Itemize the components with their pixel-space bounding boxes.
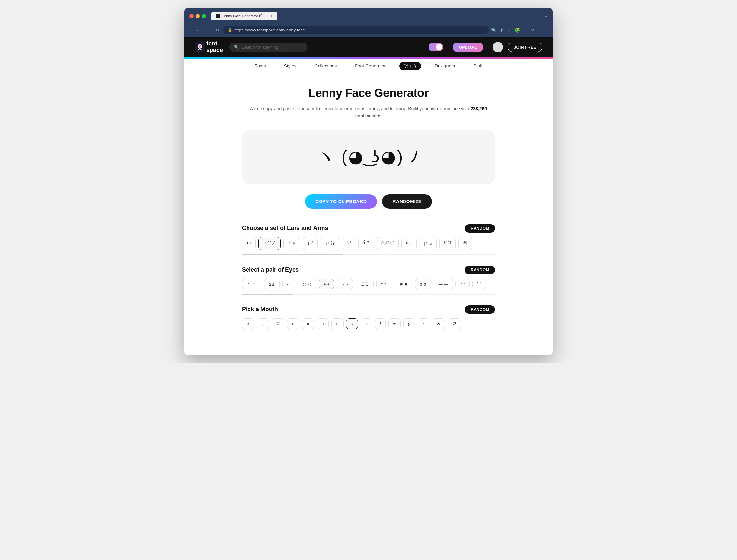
- ears-arms-option-1[interactable]: ヽ( )ノ: [258, 237, 280, 250]
- nav-font-generator[interactable]: Font Generator: [346, 59, 395, 73]
- nav-designers[interactable]: Designers: [425, 59, 464, 73]
- ears-arms-option-6[interactable]: ʕ ?: [359, 237, 374, 250]
- ears-arms-scroll: ( ) ヽ( )ノ ԅ ρ ʅ ? ┐( )┌ \ / ʕ ? (づ )づ ε …: [242, 237, 495, 255]
- minimize-window-button[interactable]: [196, 14, 200, 18]
- ears-arms-option-4[interactable]: ┐( )┌: [320, 237, 340, 250]
- menu-icon[interactable]: ⋮: [538, 28, 542, 33]
- theme-toggle[interactable]: [428, 43, 443, 51]
- mouth-option-5[interactable]: ᴜ: [317, 318, 329, 329]
- eyes-option-11[interactable]: * *: [455, 279, 470, 289]
- maximize-window-button[interactable]: [202, 14, 206, 18]
- eyes-section: Select a pair of Eyes RANDOM ಠ ಠ ≥ ≤ · ·…: [242, 266, 495, 295]
- extensions-icon[interactable]: 🧩: [514, 28, 520, 33]
- main-content: Lenny Face Generator A free copy and pas…: [236, 73, 501, 355]
- eyes-option-7[interactable]: ^ ^: [376, 279, 391, 289]
- header-right: UPLOAD JOIN FREE: [428, 42, 542, 52]
- nav-fonts[interactable]: Fonts: [246, 59, 275, 73]
- eyes-option-8[interactable]: ◾ ■: [394, 279, 412, 289]
- mouth-scroll: ʖ ع ▽ ʊ υ ᴜ ⌂ ͻ ε ! ≡ ʂ ᵕ ⊙ ᗜ: [242, 318, 495, 332]
- page-content: font space 🔍 Search for anything... UPLO…: [184, 37, 553, 355]
- nav-stuff[interactable]: Stuff: [464, 59, 492, 73]
- ears-arms-random-button[interactable]: RANDOM: [465, 224, 495, 233]
- ears-arms-option-0[interactable]: ( ): [242, 237, 256, 250]
- join-button[interactable]: JOIN FREE: [508, 43, 542, 52]
- lock-icon: 🔒: [228, 28, 232, 32]
- share-icon[interactable]: ⬆: [500, 28, 504, 33]
- mouth-option-10[interactable]: ≡: [388, 318, 400, 329]
- upload-button[interactable]: UPLOAD: [453, 43, 483, 52]
- eyes-option-6[interactable]: ∈ ∋: [356, 279, 374, 289]
- mouth-option-6[interactable]: ⌂: [331, 318, 344, 329]
- refresh-button[interactable]: ↻: [214, 26, 221, 34]
- active-tab[interactable]: f Lenny Face Generator (͡° ͜ʖ ͡°) C ×: [211, 12, 277, 20]
- search-bar[interactable]: 🔍 Search for anything...: [229, 43, 307, 52]
- eyes-option-5[interactable]: ~ ~: [337, 279, 353, 289]
- logo-icon: [195, 42, 205, 52]
- eyes-scroll-thumb: [242, 294, 293, 295]
- eyes-option-4[interactable]: ● ●: [319, 279, 335, 289]
- tab-close-button[interactable]: ×: [271, 14, 273, 18]
- mouth-option-2[interactable]: ▽: [272, 318, 285, 329]
- bookmark-icon[interactable]: ☆: [507, 28, 511, 33]
- nav-styles[interactable]: Styles: [275, 59, 306, 73]
- back-button[interactable]: ←: [195, 26, 202, 34]
- mouth-option-13[interactable]: ⊙: [432, 318, 445, 329]
- mouth-option-1[interactable]: ع: [257, 318, 269, 329]
- profile-icon[interactable]: ✕: [531, 28, 534, 33]
- close-window-button[interactable]: [190, 14, 194, 18]
- mouth-title: Pick a Mouth: [242, 306, 278, 313]
- browser-nav-row: ← → ↻ 🔒 https://www.fontspace.com/lenny-…: [190, 23, 547, 37]
- ears-arms-scroll-thumb: [242, 254, 343, 255]
- ears-arms-section: Choose a set of Ears and Arms RANDOM ( )…: [242, 224, 495, 255]
- forward-button[interactable]: →: [204, 26, 212, 34]
- eyes-option-3[interactable]: ◎ ◎: [298, 279, 316, 289]
- ears-arms-option-5[interactable]: \ /: [343, 237, 356, 250]
- mouth-option-4[interactable]: υ: [302, 318, 314, 329]
- toggle-knob: [436, 44, 442, 50]
- ears-arms-scroll-indicator: [242, 254, 495, 255]
- mouth-option-3[interactable]: ʊ: [287, 318, 300, 329]
- ears-arms-option-9[interactable]: (ง )ง: [419, 237, 436, 250]
- randomize-button[interactable]: RANDOMIZE: [382, 194, 432, 209]
- ears-arms-option-10[interactable]: ᕦ ᕤ: [439, 237, 456, 250]
- eyes-title: Select a pair of Eyes: [242, 266, 299, 273]
- eyes-header: Select a pair of Eyes RANDOM: [242, 266, 495, 274]
- ears-arms-option-8[interactable]: ε ɜ: [401, 237, 416, 250]
- eyes-option-2[interactable]: · ·: [282, 279, 296, 289]
- nav-collections[interactable]: Collections: [306, 59, 346, 73]
- search-nav-icon[interactable]: 🔍: [491, 28, 497, 33]
- eyes-random-button[interactable]: RANDOM: [465, 266, 495, 274]
- mouth-option-12[interactable]: ᵕ: [418, 318, 429, 329]
- svg-point-2: [199, 45, 201, 48]
- browser-titlebar: f Lenny Face Generator (͡° ͜ʖ ͡°) C × + …: [184, 8, 553, 37]
- sidebar-icon[interactable]: ▭: [523, 28, 527, 33]
- eyes-option-0[interactable]: ಠ ಠ: [242, 279, 262, 289]
- mouth-header: Pick a Mouth RANDOM: [242, 305, 495, 314]
- mouth-random-button[interactable]: RANDOM: [465, 305, 495, 314]
- expand-icon: ⌄: [544, 14, 547, 18]
- eyes-option-9[interactable]: σ σ: [415, 279, 431, 289]
- mouth-option-14[interactable]: ᗜ: [448, 318, 461, 329]
- action-buttons: COPY TO CLIPBOARD RANDOMIZE: [242, 194, 495, 209]
- logo-text: font space: [206, 41, 223, 54]
- eyes-option-1[interactable]: ≥ ≤: [264, 279, 280, 289]
- ears-arms-option-11[interactable]: ᗒ|: [458, 237, 472, 250]
- logo[interactable]: font space: [195, 41, 223, 54]
- new-tab-button[interactable]: +: [279, 12, 287, 20]
- mouth-option-8[interactable]: ε: [361, 318, 372, 329]
- ears-arms-option-3[interactable]: ʅ ?: [303, 237, 318, 250]
- ears-arms-option-7[interactable]: (づ )づ: [376, 237, 399, 250]
- eyes-scroll-indicator: [242, 294, 495, 295]
- copy-button[interactable]: COPY TO CLIPBOARD: [305, 194, 377, 209]
- eyes-option-10[interactable]: — —: [434, 279, 453, 289]
- nav-lenny-face[interactable]: (͡° ͜ʖ ͡°): [395, 61, 425, 71]
- mouth-option-11[interactable]: ʂ: [403, 318, 415, 329]
- mouth-option-7[interactable]: ͻ: [346, 318, 358, 329]
- eyes-option-12[interactable]: ` `: [472, 279, 486, 289]
- address-bar[interactable]: 🔒 https://www.fontspace.com/lenny-face: [223, 26, 488, 34]
- user-avatar[interactable]: [493, 42, 503, 52]
- site-header: font space 🔍 Search for anything... UPLO…: [184, 37, 553, 57]
- ears-arms-option-2[interactable]: ԅ ρ: [283, 237, 300, 250]
- mouth-option-0[interactable]: ʖ: [242, 318, 254, 329]
- mouth-option-9[interactable]: !: [375, 318, 386, 329]
